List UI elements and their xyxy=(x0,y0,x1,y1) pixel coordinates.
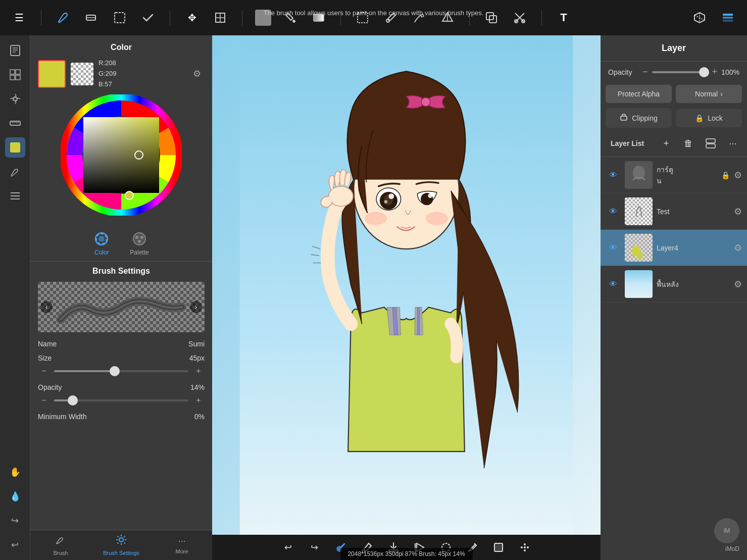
layers-btn[interactable] xyxy=(719,9,737,27)
color-settings-btn[interactable]: ⚙ xyxy=(189,66,205,81)
tab-color[interactable]: Color xyxy=(93,231,110,256)
tab-more[interactable]: ··· More xyxy=(152,530,212,560)
normal-label: Normal xyxy=(695,90,718,98)
tab-palette[interactable]: Palette xyxy=(130,231,148,256)
lock-btn[interactable]: 🔒 Lock xyxy=(676,109,742,127)
brush-size-header: Size 45px xyxy=(38,354,205,362)
brush-tool-btn[interactable] xyxy=(54,9,72,27)
canvas-undo-btn[interactable]: ↩ xyxy=(278,537,298,557)
sidebar-redo[interactable]: ↪ xyxy=(5,511,25,531)
sidebar-eyedrop[interactable]: 💧 xyxy=(5,486,25,506)
more-tab-icon: ··· xyxy=(178,536,185,546)
imod-logo: iM iMoD xyxy=(601,511,747,560)
sep2 xyxy=(170,10,170,25)
sidebar-pen[interactable] xyxy=(5,162,25,182)
selection-btn[interactable] xyxy=(111,9,129,27)
delete-layer-btn[interactable]: 🗑 xyxy=(679,134,698,152)
layer-3-settings[interactable]: ⚙ xyxy=(734,242,742,253)
canvas-grid-btn[interactable] xyxy=(515,537,535,557)
sidebar-undo[interactable]: ↩ xyxy=(5,535,25,555)
brush-opacity-value: 14% xyxy=(190,383,205,391)
layer-1-name: การ์ตูน xyxy=(657,164,717,186)
opacity-minus-btn[interactable]: − xyxy=(642,67,648,77)
layer-item-1[interactable]: 👁 การ์ตูน 🔒 ⚙ xyxy=(601,157,747,193)
sidebar-transform[interactable] xyxy=(5,89,25,109)
layer-4-visibility[interactable]: 👁 xyxy=(606,277,621,292)
brush-stroke-preview xyxy=(38,282,205,332)
opacity-minus-btn[interactable]: − xyxy=(38,394,50,406)
sidebar-color[interactable] xyxy=(5,137,25,158)
svg-rect-79 xyxy=(706,139,715,143)
clone-btn[interactable] xyxy=(482,9,501,27)
size-minus-btn[interactable]: − xyxy=(38,365,50,377)
opacity-plus-btn[interactable]: + xyxy=(712,67,718,77)
opacity-slider[interactable] xyxy=(652,71,708,73)
main-color-swatch[interactable] xyxy=(38,60,66,88)
crop-btn[interactable] xyxy=(211,9,229,27)
move-btn[interactable]: ✥ xyxy=(183,9,201,27)
tab-brush[interactable]: Brush xyxy=(30,530,91,560)
imod-icon: iM xyxy=(714,518,739,543)
layer-item-4[interactable]: 👁 พื้นหลัง ⚙ xyxy=(601,266,747,302)
size-slider[interactable] xyxy=(54,370,188,372)
tab-brush-settings[interactable]: Brush Settings xyxy=(91,530,152,560)
palette-tab-label: Palette xyxy=(130,249,148,256)
merge-layer-btn[interactable] xyxy=(702,134,720,152)
3d-btn[interactable] xyxy=(690,9,709,27)
color-wheel[interactable] xyxy=(61,94,182,216)
text-btn[interactable]: T xyxy=(555,9,573,27)
canvas-redo-btn[interactable]: ↪ xyxy=(305,537,325,557)
checkmark-btn[interactable] xyxy=(139,9,157,27)
canvas-bottom-bar: ↩ ↪ xyxy=(212,535,601,560)
opacity-slider[interactable] xyxy=(54,399,188,401)
color-section: Color R:208G:209B:57 ⚙ xyxy=(30,35,212,226)
color-mode-tabs: Color Palette xyxy=(30,226,212,262)
layer-2-settings[interactable]: ⚙ xyxy=(734,206,742,217)
sidebar-ruler[interactable] xyxy=(5,113,25,133)
brush-prev-btn[interactable]: ‹ xyxy=(40,301,53,313)
trim-btn[interactable] xyxy=(511,9,529,27)
brush-name-header: Name Sumi xyxy=(38,340,205,348)
opacity-slider-row: − + xyxy=(38,394,205,406)
svg-rect-80 xyxy=(706,144,715,148)
layer-1-settings[interactable]: ⚙ xyxy=(734,170,742,181)
opacity-plus-btn[interactable]: + xyxy=(192,394,205,406)
clipping-label: Clipping xyxy=(632,114,658,122)
layer-list: 👁 การ์ตูน 🔒 ⚙ 👁 Test ⚙ 👁 xyxy=(601,157,747,511)
brush-minwidth-value: 0% xyxy=(194,413,205,421)
clipping-btn[interactable]: Clipping xyxy=(606,108,672,128)
eraser-btn[interactable] xyxy=(82,9,101,27)
layer-2-visibility[interactable]: 👁 xyxy=(606,204,621,219)
menu-icon[interactable]: ☰ xyxy=(10,9,28,27)
layer-4-settings[interactable]: ⚙ xyxy=(734,279,742,290)
sidebar-document[interactable] xyxy=(5,40,25,61)
sidebar-layers-list[interactable] xyxy=(5,186,25,206)
transparent-swatch[interactable] xyxy=(71,63,93,85)
canvas-area[interactable]: ↩ ↪ xyxy=(212,35,601,560)
layer-item-2[interactable]: 👁 Test ⚙ xyxy=(601,193,747,230)
more-layer-btn[interactable]: ··· xyxy=(724,134,742,152)
layer-item-3[interactable]: 👁 Layer4 ⚙ xyxy=(601,230,747,266)
sidebar-grid[interactable] xyxy=(5,65,25,85)
layer-3-thumbnail xyxy=(625,234,653,262)
svg-point-49 xyxy=(138,240,141,243)
protect-alpha-btn[interactable]: Protect Alpha xyxy=(606,85,672,103)
brush-next-btn[interactable]: › xyxy=(190,301,202,313)
sep3 xyxy=(242,10,242,25)
brush-tab-icon xyxy=(55,534,66,548)
sidebar-hand[interactable]: ✋ xyxy=(5,462,25,482)
svg-point-60 xyxy=(428,193,432,198)
brush-minwidth-param: Minimum Width 0% xyxy=(38,413,205,421)
layer-1-visibility[interactable]: 👁 xyxy=(606,168,621,183)
more-tab-label: More xyxy=(175,548,188,554)
svg-point-74 xyxy=(524,546,526,548)
svg-point-58 xyxy=(384,200,388,203)
opacity-value: 100% xyxy=(721,68,739,76)
normal-btn[interactable]: Normal › xyxy=(676,85,742,103)
color-title: Color xyxy=(38,43,205,52)
add-layer-btn[interactable]: + xyxy=(657,134,675,152)
layer-3-visibility[interactable]: 👁 xyxy=(606,240,621,256)
brush-opacity-label: Opacity xyxy=(38,383,62,391)
size-plus-btn[interactable]: + xyxy=(192,365,205,377)
canvas-stamp-btn[interactable] xyxy=(488,537,509,557)
